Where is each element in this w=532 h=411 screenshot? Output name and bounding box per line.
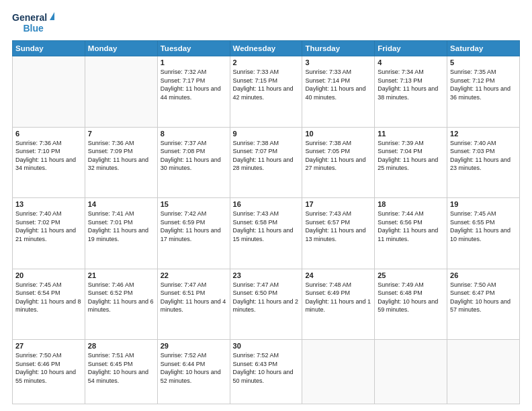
col-header-friday: Friday [375, 41, 447, 56]
day-number: 21 [88, 271, 154, 279]
day-info: Sunrise: 7:38 AM Sunset: 7:07 PM Dayligh… [233, 139, 300, 173]
calendar-cell [375, 340, 447, 404]
day-number: 16 [233, 200, 300, 208]
col-header-tuesday: Tuesday [157, 41, 230, 56]
day-info: Sunrise: 7:41 AM Sunset: 7:01 PM Dayligh… [88, 210, 154, 243]
calendar-cell: 9Sunrise: 7:38 AM Sunset: 7:07 PM Daylig… [230, 127, 302, 198]
day-info: Sunrise: 7:40 AM Sunset: 7:03 PM Dayligh… [450, 139, 517, 173]
calendar-cell: 19Sunrise: 7:45 AM Sunset: 6:55 PM Dayli… [447, 198, 520, 269]
day-info: Sunrise: 7:48 AM Sunset: 6:49 PM Dayligh… [305, 281, 371, 314]
day-info: Sunrise: 7:34 AM Sunset: 7:13 PM Dayligh… [378, 68, 444, 101]
day-info: Sunrise: 7:38 AM Sunset: 7:05 PM Dayligh… [305, 139, 371, 173]
week-row-2: 6Sunrise: 7:36 AM Sunset: 7:10 PM Daylig… [13, 127, 520, 198]
day-info: Sunrise: 7:47 AM Sunset: 6:50 PM Dayligh… [233, 281, 300, 314]
calendar-cell: 18Sunrise: 7:44 AM Sunset: 6:56 PM Dayli… [375, 198, 447, 269]
week-row-5: 27Sunrise: 7:50 AM Sunset: 6:46 PM Dayli… [13, 340, 520, 404]
day-info: Sunrise: 7:32 AM Sunset: 7:17 PM Dayligh… [161, 68, 227, 101]
calendar-cell: 15Sunrise: 7:42 AM Sunset: 6:59 PM Dayli… [157, 198, 230, 269]
logo-general: General [12, 12, 47, 23]
day-number: 19 [450, 200, 517, 208]
day-info: Sunrise: 7:52 AM Sunset: 6:43 PM Dayligh… [233, 351, 300, 385]
day-number: 13 [15, 200, 82, 208]
day-info: Sunrise: 7:50 AM Sunset: 6:47 PM Dayligh… [450, 281, 517, 314]
day-number: 4 [378, 58, 444, 66]
day-number: 26 [450, 271, 517, 279]
day-info: Sunrise: 7:42 AM Sunset: 6:59 PM Dayligh… [161, 210, 227, 243]
day-number: 24 [305, 271, 371, 279]
day-info: Sunrise: 7:51 AM Sunset: 6:45 PM Dayligh… [88, 351, 154, 385]
week-row-3: 13Sunrise: 7:40 AM Sunset: 7:02 PM Dayli… [13, 198, 520, 269]
calendar-cell: 12Sunrise: 7:40 AM Sunset: 7:03 PM Dayli… [447, 127, 520, 198]
col-header-thursday: Thursday [302, 41, 375, 56]
day-number: 25 [378, 271, 444, 279]
calendar-cell: 16Sunrise: 7:43 AM Sunset: 6:58 PM Dayli… [230, 198, 302, 269]
day-number: 9 [233, 130, 300, 138]
day-info: Sunrise: 7:43 AM Sunset: 6:57 PM Dayligh… [305, 210, 371, 243]
day-number: 18 [378, 200, 444, 208]
calendar-table: SundayMondayTuesdayWednesdayThursdayFrid… [12, 40, 520, 404]
calendar-cell: 11Sunrise: 7:39 AM Sunset: 7:04 PM Dayli… [375, 127, 447, 198]
calendar-cell: 2Sunrise: 7:33 AM Sunset: 7:15 PM Daylig… [230, 56, 302, 128]
day-number: 15 [161, 200, 227, 208]
col-header-monday: Monday [85, 41, 157, 56]
header: General Blue [12, 12, 520, 34]
calendar-cell: 21Sunrise: 7:46 AM Sunset: 6:52 PM Dayli… [85, 269, 157, 340]
calendar-cell: 20Sunrise: 7:45 AM Sunset: 6:54 PM Dayli… [13, 269, 85, 340]
calendar-cell [447, 340, 520, 404]
calendar-cell: 14Sunrise: 7:41 AM Sunset: 7:01 PM Dayli… [85, 198, 157, 269]
calendar-cell: 10Sunrise: 7:38 AM Sunset: 7:05 PM Dayli… [302, 127, 375, 198]
day-info: Sunrise: 7:33 AM Sunset: 7:15 PM Dayligh… [233, 68, 300, 101]
day-info: Sunrise: 7:36 AM Sunset: 7:09 PM Dayligh… [88, 139, 154, 173]
calendar-header-row: SundayMondayTuesdayWednesdayThursdayFrid… [13, 41, 520, 56]
calendar-cell: 26Sunrise: 7:50 AM Sunset: 6:47 PM Dayli… [447, 269, 520, 340]
day-number: 7 [88, 130, 154, 138]
day-number: 11 [378, 130, 444, 138]
day-info: Sunrise: 7:47 AM Sunset: 6:51 PM Dayligh… [161, 281, 227, 314]
day-info: Sunrise: 7:35 AM Sunset: 7:12 PM Dayligh… [450, 68, 517, 101]
calendar-cell: 25Sunrise: 7:49 AM Sunset: 6:48 PM Dayli… [375, 269, 447, 340]
day-info: Sunrise: 7:50 AM Sunset: 6:46 PM Dayligh… [15, 351, 82, 385]
day-number: 28 [88, 342, 154, 350]
day-number: 29 [161, 342, 227, 350]
logo-blue: Blue [23, 23, 43, 34]
calendar-cell [302, 340, 375, 404]
calendar-cell: 24Sunrise: 7:48 AM Sunset: 6:49 PM Dayli… [302, 269, 375, 340]
calendar-cell [13, 56, 85, 128]
day-number: 20 [15, 271, 82, 279]
day-info: Sunrise: 7:45 AM Sunset: 6:55 PM Dayligh… [450, 210, 517, 243]
calendar-cell: 30Sunrise: 7:52 AM Sunset: 6:43 PM Dayli… [230, 340, 302, 404]
page: General Blue SundayMondayTuesdayWednesda… [0, 0, 532, 411]
day-number: 23 [233, 271, 300, 279]
calendar-cell: 22Sunrise: 7:47 AM Sunset: 6:51 PM Dayli… [157, 269, 230, 340]
calendar-cell: 17Sunrise: 7:43 AM Sunset: 6:57 PM Dayli… [302, 198, 375, 269]
calendar-cell: 6Sunrise: 7:36 AM Sunset: 7:10 PM Daylig… [13, 127, 85, 198]
day-info: Sunrise: 7:39 AM Sunset: 7:04 PM Dayligh… [378, 139, 444, 173]
day-number: 17 [305, 200, 371, 208]
day-number: 6 [15, 130, 82, 138]
day-number: 2 [233, 58, 300, 66]
day-info: Sunrise: 7:46 AM Sunset: 6:52 PM Dayligh… [88, 281, 154, 314]
day-number: 8 [161, 130, 227, 138]
calendar-cell: 27Sunrise: 7:50 AM Sunset: 6:46 PM Dayli… [13, 340, 85, 404]
day-number: 1 [161, 58, 227, 66]
week-row-4: 20Sunrise: 7:45 AM Sunset: 6:54 PM Dayli… [13, 269, 520, 340]
calendar-cell [85, 56, 157, 128]
day-info: Sunrise: 7:36 AM Sunset: 7:10 PM Dayligh… [15, 139, 82, 173]
day-info: Sunrise: 7:40 AM Sunset: 7:02 PM Dayligh… [15, 210, 82, 243]
day-number: 14 [88, 200, 154, 208]
day-info: Sunrise: 7:52 AM Sunset: 6:44 PM Dayligh… [161, 351, 227, 385]
calendar-cell: 8Sunrise: 7:37 AM Sunset: 7:08 PM Daylig… [157, 127, 230, 198]
calendar-cell: 4Sunrise: 7:34 AM Sunset: 7:13 PM Daylig… [375, 56, 447, 128]
calendar-cell: 5Sunrise: 7:35 AM Sunset: 7:12 PM Daylig… [447, 56, 520, 128]
day-number: 30 [233, 342, 300, 350]
day-info: Sunrise: 7:49 AM Sunset: 6:48 PM Dayligh… [378, 281, 444, 314]
day-number: 27 [15, 342, 82, 350]
logo-wrap: General [12, 12, 54, 23]
day-info: Sunrise: 7:33 AM Sunset: 7:14 PM Dayligh… [305, 68, 371, 101]
calendar-cell: 28Sunrise: 7:51 AM Sunset: 6:45 PM Dayli… [85, 340, 157, 404]
col-header-sunday: Sunday [13, 41, 85, 56]
day-number: 5 [450, 58, 517, 66]
day-number: 10 [305, 130, 371, 138]
day-info: Sunrise: 7:45 AM Sunset: 6:54 PM Dayligh… [15, 281, 82, 314]
col-header-saturday: Saturday [447, 41, 520, 56]
